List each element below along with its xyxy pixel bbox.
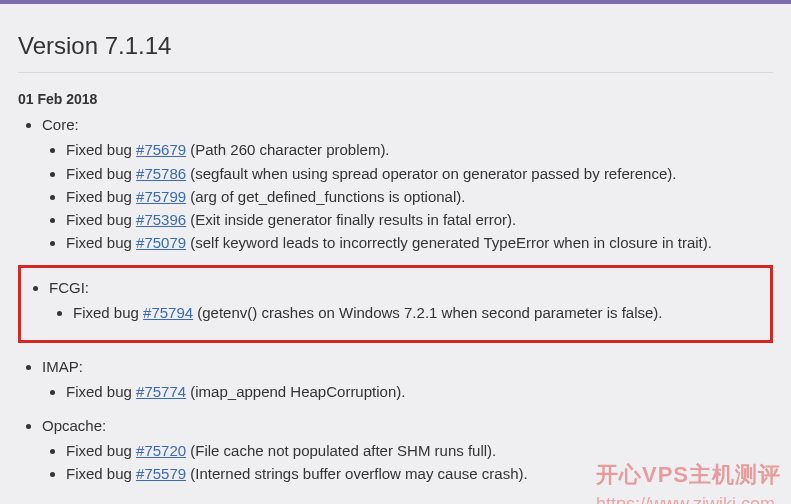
bug-link[interactable]: #75794 (143, 304, 193, 321)
bug-item: Fixed bug #75679 (Path 260 character pro… (66, 138, 773, 161)
section-opcache: Opcache: Fixed bug #75720 (File cache no… (42, 414, 773, 486)
bug-item: Fixed bug #75774 (imap_append HeapCorrup… (66, 380, 773, 403)
bug-prefix: Fixed bug (66, 211, 136, 228)
section-label: Core: (42, 116, 79, 133)
bug-list-fcgi: Fixed bug #75794 (getenv() crashes on Wi… (49, 301, 766, 324)
bug-desc: (getenv() crashes on Windows 7.2.1 when … (193, 304, 662, 321)
bug-link[interactable]: #75720 (136, 442, 186, 459)
section-list-opcache: Opcache: Fixed bug #75720 (File cache no… (18, 414, 773, 486)
bug-item: Fixed bug #75799 (arg of get_defined_fun… (66, 185, 773, 208)
bug-link[interactable]: #75679 (136, 141, 186, 158)
watermark-url: https://www.zjwiki.com (596, 494, 775, 495)
section-list: Core: Fixed bug #75679 (Path 260 charact… (18, 113, 773, 255)
section-label: FCGI: (49, 279, 89, 296)
bug-item: Fixed bug #75579 (Interned strings buffe… (66, 462, 773, 485)
bug-desc: (arg of get_defined_functions is optiona… (186, 188, 465, 205)
section-imap: IMAP: Fixed bug #75774 (imap_append Heap… (42, 355, 773, 404)
bug-prefix: Fixed bug (66, 188, 136, 205)
bug-item: Fixed bug #75794 (getenv() crashes on Wi… (73, 301, 766, 324)
section-list-fcgi: FCGI: Fixed bug #75794 (getenv() crashes… (25, 276, 766, 325)
bug-item: Fixed bug #75720 (File cache not populat… (66, 439, 773, 462)
release-date: 01 Feb 2018 (18, 91, 773, 107)
bug-link[interactable]: #75799 (136, 188, 186, 205)
bug-item: Fixed bug #75396 (Exit inside generator … (66, 208, 773, 231)
section-label: Opcache: (42, 417, 106, 434)
bug-link[interactable]: #75774 (136, 383, 186, 400)
changelog-content: Version 7.1.14 01 Feb 2018 Core: Fixed b… (0, 4, 791, 485)
section-fcgi: FCGI: Fixed bug #75794 (getenv() crashes… (49, 276, 766, 325)
bug-prefix: Fixed bug (66, 383, 136, 400)
bug-prefix: Fixed bug (66, 165, 136, 182)
highlight-box: FCGI: Fixed bug #75794 (getenv() crashes… (18, 265, 773, 344)
bug-desc: (Path 260 character problem). (186, 141, 389, 158)
bug-prefix: Fixed bug (66, 465, 136, 482)
bug-list-core: Fixed bug #75679 (Path 260 character pro… (42, 138, 773, 254)
section-label: IMAP: (42, 358, 83, 375)
bug-desc: (self keyword leads to incorrectly gener… (186, 234, 712, 251)
separator (18, 72, 773, 73)
bug-link[interactable]: #75396 (136, 211, 186, 228)
bug-link[interactable]: #75079 (136, 234, 186, 251)
bug-desc: (Interned strings buffer overflow may ca… (186, 465, 528, 482)
bug-list-imap: Fixed bug #75774 (imap_append HeapCorrup… (42, 380, 773, 403)
bug-prefix: Fixed bug (66, 234, 136, 251)
bug-prefix: Fixed bug (66, 141, 136, 158)
bug-desc: (segfault when using spread operator on … (186, 165, 676, 182)
section-list-imap: IMAP: Fixed bug #75774 (imap_append Heap… (18, 355, 773, 404)
bug-list-opcache: Fixed bug #75720 (File cache not populat… (42, 439, 773, 486)
bug-item: Fixed bug #75079 (self keyword leads to … (66, 231, 773, 254)
bug-item: Fixed bug #75786 (segfault when using sp… (66, 162, 773, 185)
version-heading: Version 7.1.14 (18, 32, 773, 60)
bug-link[interactable]: #75786 (136, 165, 186, 182)
bug-prefix: Fixed bug (66, 442, 136, 459)
bug-desc: (imap_append HeapCorruption). (186, 383, 405, 400)
section-core: Core: Fixed bug #75679 (Path 260 charact… (42, 113, 773, 255)
bug-link[interactable]: #75579 (136, 465, 186, 482)
bug-prefix: Fixed bug (73, 304, 143, 321)
bug-desc: (File cache not populated after SHM runs… (186, 442, 496, 459)
bug-desc: (Exit inside generator finally results i… (186, 211, 516, 228)
